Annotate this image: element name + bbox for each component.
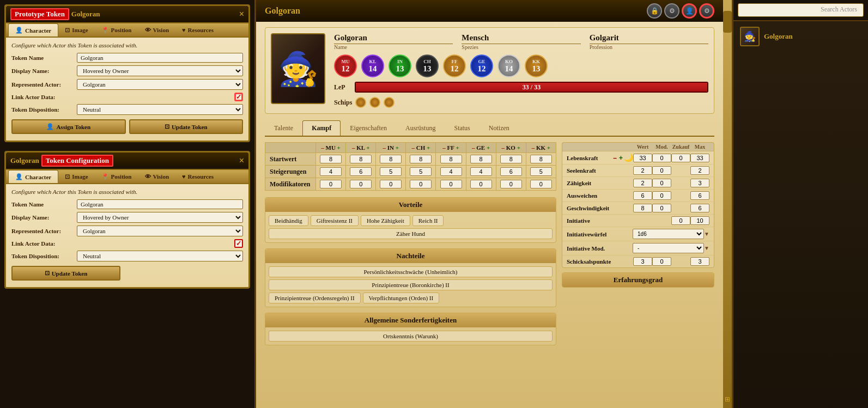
represented-actor-select-2[interactable]: Golgoran — [77, 226, 243, 236]
nachteil-prinzipientreue-boron[interactable]: Prinzipientreue (Boronkirche) II — [269, 279, 553, 290]
tab-character-1[interactable]: 👤 Character — [8, 23, 58, 36]
initiative-zukauf[interactable] — [671, 216, 690, 225]
modifikatoren-ge-input[interactable] — [470, 180, 492, 188]
tab-image-1[interactable]: ⊡ Image — [58, 23, 94, 36]
update-token-button-1[interactable]: ⊡ Update Token — [129, 119, 244, 134]
token-disposition-select-1[interactable]: Neutral — [77, 104, 243, 115]
gear-icon[interactable]: ⚙ — [699, 3, 714, 19]
token-name-input-1[interactable] — [77, 53, 243, 63]
lebenskraft-wert[interactable] — [633, 154, 652, 162]
steigerungen-mu-input[interactable] — [320, 167, 342, 176]
tab-resources-1[interactable]: ♥ Resources — [175, 23, 220, 36]
link-actor-checkbox-2[interactable] — [234, 239, 243, 248]
user-icon[interactable]: 👤 — [682, 3, 697, 19]
steigerungen-ko-input[interactable] — [500, 167, 522, 176]
tab-position-1[interactable]: 📍 Position — [95, 23, 138, 36]
tab-vision-2[interactable]: 👁 Vision — [138, 170, 176, 183]
initiativewuerfel-select[interactable]: 1d6 — [633, 229, 704, 239]
nachteil-prinzipientreue-orden[interactable]: Prinzipientreue (Ordensregeln) II — [269, 293, 361, 303]
stat-ko[interactable]: KO 14 — [497, 54, 520, 77]
modifikatoren-in-input[interactable] — [380, 180, 402, 188]
lebenskraft-plus[interactable]: + — [618, 154, 624, 162]
lebenskraft-zukauf[interactable] — [671, 154, 690, 162]
modifikatoren-ko-input[interactable] — [500, 180, 522, 188]
zaehigkeit-mod[interactable] — [652, 179, 671, 187]
seelenkraft-max[interactable] — [690, 166, 709, 175]
scroll-down-icon[interactable]: ⊞ — [725, 395, 730, 404]
startwert-kl-input[interactable] — [350, 155, 372, 163]
ausweichen-mod[interactable] — [652, 191, 671, 200]
tab-status[interactable]: Status — [445, 120, 479, 136]
lebenskraft-minus[interactable]: – — [612, 154, 618, 162]
zaehigkeit-max[interactable] — [690, 179, 709, 187]
settings-icon[interactable]: ⚙ — [664, 3, 679, 19]
link-actor-checkbox-1[interactable] — [234, 93, 243, 101]
stat-ge[interactable]: GE 12 — [470, 54, 493, 77]
schicksalspunkte-max[interactable] — [690, 257, 709, 266]
stat-in[interactable]: IN 13 — [389, 54, 411, 77]
steigerungen-kl-input[interactable] — [350, 167, 372, 176]
update-token-button-2[interactable]: ⊡ Update Token — [11, 266, 120, 281]
schip-3[interactable] — [384, 97, 394, 108]
tab-vision-1[interactable]: 👁 Vision — [138, 23, 176, 36]
initiative-max[interactable] — [690, 216, 709, 225]
startwert-in-input[interactable] — [380, 155, 402, 163]
nachteil-verpflichtungen[interactable]: Verpflichtungen (Orden) II — [363, 293, 440, 303]
tab-ausruestung[interactable]: Ausrüstung — [396, 120, 445, 136]
initiative-mod-select[interactable]: - — [633, 243, 704, 253]
modifikatoren-ff-input[interactable] — [440, 180, 462, 188]
tab-kampf[interactable]: Kampf — [302, 120, 341, 136]
modifikatoren-kl-input[interactable] — [350, 180, 372, 188]
zaehigkeit-wert[interactable] — [633, 179, 652, 187]
steigerungen-ff-input[interactable] — [440, 167, 462, 176]
steigerungen-kk-input[interactable] — [530, 167, 552, 176]
ausweichen-max[interactable] — [690, 191, 709, 200]
dialog2-close-button[interactable]: × — [239, 156, 244, 165]
lebenskraft-max[interactable] — [690, 154, 709, 162]
represented-actor-select-1[interactable]: Golgoran — [77, 79, 243, 90]
seelenkraft-wert[interactable] — [633, 166, 652, 175]
nachteil-persoenlichkeit[interactable]: Persönlichkeitsschwäche (Unheimlich) — [269, 266, 553, 277]
startwert-mu-input[interactable] — [320, 155, 342, 163]
lebenskraft-mod[interactable] — [652, 154, 671, 162]
stat-kl[interactable]: KL 14 — [361, 54, 384, 77]
token-name-input-2[interactable] — [77, 199, 243, 209]
tab-notizen[interactable]: Notizen — [479, 120, 519, 136]
tab-image-2[interactable]: ⊡ Image — [58, 170, 94, 183]
schicksalspunkte-mod[interactable] — [652, 257, 671, 266]
dialog1-close-button[interactable]: × — [239, 10, 244, 19]
geschwindigkeit-mod[interactable] — [652, 204, 671, 212]
sonderfertigkeit-ortskenntnis[interactable]: Ortskenntnis (Warunk) — [269, 331, 553, 342]
display-name-select-2[interactable]: Hovered by Owner — [77, 212, 243, 223]
lock-icon[interactable]: 🔒 — [647, 3, 662, 19]
tab-talente[interactable]: Talente — [265, 120, 302, 136]
search-actors-input[interactable] — [738, 3, 864, 17]
assign-token-button[interactable]: 👤 Assign Token — [11, 119, 126, 134]
geschwindigkeit-wert[interactable] — [633, 204, 652, 212]
vorteil-giftresistenz[interactable]: Giftresistenz II — [311, 215, 359, 226]
schip-1[interactable] — [355, 97, 366, 108]
vorteil-reich[interactable]: Reich II — [412, 215, 444, 226]
tab-eigenschaften[interactable]: Eigenschaften — [341, 120, 396, 136]
startwert-ko-input[interactable] — [500, 155, 522, 163]
startwert-ge-input[interactable] — [470, 155, 492, 163]
stat-ch[interactable]: CH 13 — [416, 54, 439, 77]
modifikatoren-kk-input[interactable] — [530, 180, 552, 188]
lebenskraft-moon[interactable]: 🌙 — [624, 153, 633, 162]
stat-ff[interactable]: FF 12 — [443, 54, 466, 77]
stat-kk[interactable]: KK 13 — [525, 54, 548, 77]
display-name-select-1[interactable]: Hovered by Owner — [77, 65, 243, 76]
startwert-ch-input[interactable] — [410, 155, 432, 163]
schicksalspunkte-wert[interactable] — [633, 257, 652, 266]
ausweichen-wert[interactable] — [633, 191, 652, 200]
steigerungen-ge-input[interactable] — [470, 167, 492, 176]
startwert-kk-input[interactable] — [530, 155, 552, 163]
geschwindigkeit-max[interactable] — [690, 204, 709, 212]
vorteil-zaeher-hund[interactable]: Zäher Hund — [269, 228, 553, 239]
sheet-scrollbar[interactable]: ⊞ — [723, 0, 732, 408]
steigerungen-in-input[interactable] — [380, 167, 402, 176]
tab-position-2[interactable]: 📍 Position — [95, 170, 138, 183]
modifikatoren-mu-input[interactable] — [320, 180, 342, 188]
vorteil-beidhaendig[interactable]: Beidhändig — [269, 215, 308, 226]
tab-character-2[interactable]: 👤 Character — [8, 170, 58, 183]
